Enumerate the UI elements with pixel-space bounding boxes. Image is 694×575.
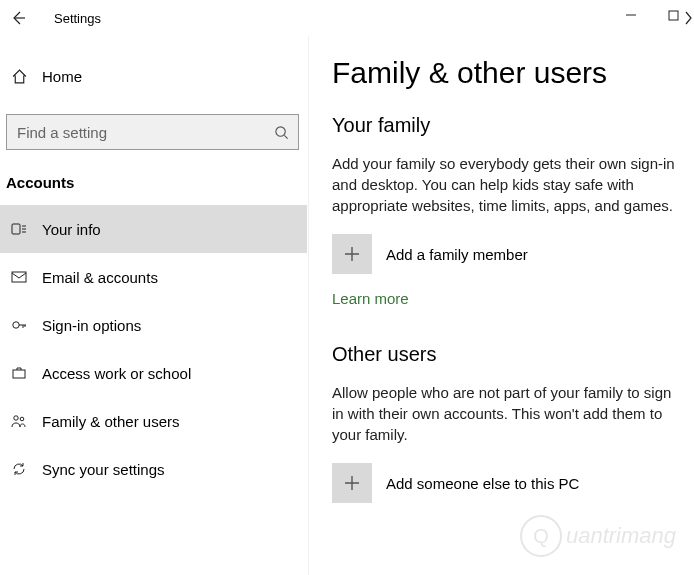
svg-point-6 xyxy=(14,416,18,420)
nav-item-email-accounts[interactable]: Email & accounts xyxy=(0,253,307,301)
main-content: Family & other users Your family Add you… xyxy=(308,36,694,575)
arrow-left-icon xyxy=(9,9,27,27)
home-label: Home xyxy=(42,68,82,85)
nav-item-your-info[interactable]: Your info xyxy=(0,205,307,253)
plus-tile xyxy=(332,463,372,503)
key-icon xyxy=(10,316,28,334)
plus-icon xyxy=(343,474,361,492)
search-container xyxy=(0,98,307,150)
add-family-label: Add a family member xyxy=(386,246,528,263)
nav-sidebar: Home Accounts Your info Em xyxy=(0,36,308,575)
minimize-button[interactable] xyxy=(610,0,652,30)
app-title: Settings xyxy=(36,11,101,26)
sync-icon xyxy=(10,460,28,478)
nav-item-label: Your info xyxy=(42,221,101,238)
page-title: Family & other users xyxy=(332,56,684,90)
minimize-icon xyxy=(625,9,637,21)
nav-item-label: Sign-in options xyxy=(42,317,141,334)
svg-rect-2 xyxy=(12,224,20,234)
svg-point-4 xyxy=(13,322,19,328)
nav-item-signin-options[interactable]: Sign-in options xyxy=(0,301,307,349)
nav-group-header: Accounts xyxy=(0,150,307,205)
forward-overflow-icon xyxy=(674,4,694,32)
nav-item-family-users[interactable]: Family & other users xyxy=(0,397,307,445)
others-description: Allow people who are not part of your fa… xyxy=(332,382,677,445)
family-description: Add your family so everybody gets their … xyxy=(332,153,677,216)
plus-icon xyxy=(343,245,361,263)
section-title-others: Other users xyxy=(332,343,684,366)
back-button[interactable] xyxy=(0,0,36,36)
briefcase-icon xyxy=(10,364,28,382)
people-icon xyxy=(10,412,28,430)
person-icon xyxy=(10,220,28,238)
svg-point-7 xyxy=(20,417,24,421)
add-other-label: Add someone else to this PC xyxy=(386,475,579,492)
svg-point-1 xyxy=(275,126,284,135)
search-box[interactable] xyxy=(6,114,299,150)
nav-item-sync-settings[interactable]: Sync your settings xyxy=(0,445,307,493)
nav-list: Your info Email & accounts Sign-in optio… xyxy=(0,205,307,493)
search-icon xyxy=(272,123,290,141)
home-icon xyxy=(10,67,28,85)
section-title-family: Your family xyxy=(332,114,684,137)
nav-item-label: Email & accounts xyxy=(42,269,158,286)
nav-item-label: Sync your settings xyxy=(42,461,165,478)
home-nav-item[interactable]: Home xyxy=(0,54,307,98)
learn-more-link[interactable]: Learn more xyxy=(332,290,409,307)
add-family-member-button[interactable]: Add a family member xyxy=(332,234,684,274)
mail-icon xyxy=(10,268,28,286)
add-other-user-button[interactable]: Add someone else to this PC xyxy=(332,463,684,503)
plus-tile xyxy=(332,234,372,274)
svg-rect-5 xyxy=(13,370,25,378)
nav-item-label: Family & other users xyxy=(42,413,180,430)
nav-item-work-school[interactable]: Access work or school xyxy=(0,349,307,397)
search-input[interactable] xyxy=(17,124,272,141)
svg-rect-3 xyxy=(12,272,26,282)
nav-item-label: Access work or school xyxy=(42,365,191,382)
titlebar: Settings xyxy=(0,0,694,36)
